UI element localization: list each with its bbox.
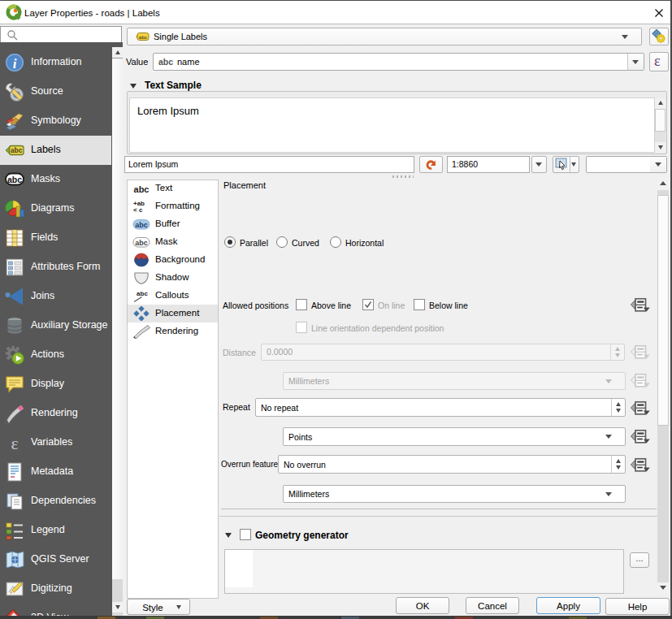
svg-text:abc: abc	[135, 239, 148, 247]
svg-text:abc: abc	[11, 146, 23, 154]
svg-text:abc: abc	[134, 184, 150, 194]
svg-text:abc: abc	[7, 175, 22, 184]
svg-text:ε: ε	[11, 433, 18, 452]
svg-text:abc: abc	[139, 35, 148, 40]
svg-text:i: i	[13, 56, 17, 71]
svg-text:abc: abc	[135, 221, 148, 229]
svg-text:abc: abc	[137, 290, 148, 297]
svg-text:< c: < c	[133, 206, 143, 214]
